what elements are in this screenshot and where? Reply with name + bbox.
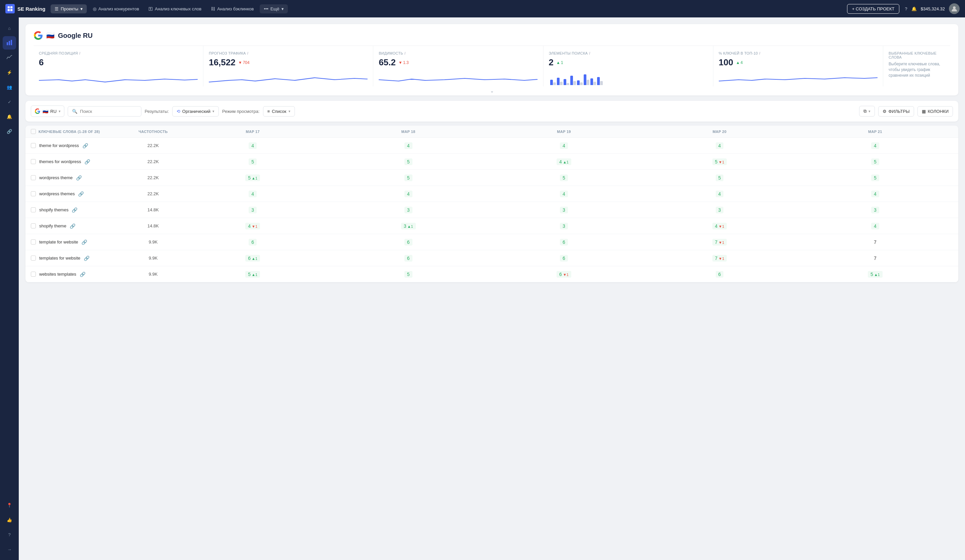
- sidebar-item-reviews[interactable]: 👍: [3, 513, 16, 527]
- sidebar-item-notifications[interactable]: 🔔: [3, 110, 16, 123]
- avatar[interactable]: [949, 3, 960, 14]
- row-checkbox[interactable]: [31, 256, 36, 261]
- date-cell-1: 5: [330, 272, 486, 277]
- freq-column-header: ЧАСТОТНОСТЬ: [131, 130, 175, 134]
- keyword-cell: template for website🔗: [31, 240, 131, 245]
- keyword-link-icon[interactable]: 🔗: [72, 207, 77, 213]
- date-cell-4: 4: [797, 143, 953, 149]
- keyword-cell: templates for website🔗: [31, 256, 131, 261]
- date-cell-1: 4: [330, 191, 486, 197]
- sparkline-traffic: [209, 70, 368, 85]
- keyword-link-icon[interactable]: 🔗: [80, 272, 85, 277]
- more-button[interactable]: ••• Ещё ▾: [260, 4, 288, 13]
- row-checkbox[interactable]: [31, 207, 36, 212]
- table-row: shopify theme🔗14.8K4▼13▲134▼14: [25, 218, 958, 234]
- question-icon: ?: [8, 532, 10, 537]
- list-dropdown[interactable]: ≡ Список ▾: [263, 106, 295, 116]
- date-cell-2: 6▼1: [486, 272, 642, 277]
- keyword-link-icon[interactable]: 🔗: [76, 175, 82, 181]
- keyword-text: theme for wordpress: [39, 143, 79, 148]
- key-icon: ⚿: [149, 7, 153, 11]
- date-cell-3: 5▼1: [642, 159, 797, 165]
- more-icon: •••: [264, 7, 268, 11]
- keyword-cell: shopify themes🔗: [31, 207, 131, 213]
- row-checkbox[interactable]: [31, 224, 36, 229]
- sidebar-item-help[interactable]: ?: [3, 528, 16, 541]
- organic-dropdown[interactable]: ⟲ Органический ▾: [172, 106, 219, 116]
- sidebar-item-users[interactable]: 👥: [3, 80, 16, 94]
- svg-rect-1: [10, 7, 12, 8]
- date-cell-0: 4▼1: [175, 224, 330, 229]
- competitors-link[interactable]: ◎ Анализ конкурентов: [90, 4, 143, 13]
- row-checkbox[interactable]: [31, 240, 36, 245]
- date-cell-0: 4: [175, 191, 330, 197]
- collapse-button[interactable]: ⌄: [34, 87, 950, 95]
- keywords-link[interactable]: ⚿ Анализ ключевых слов: [145, 4, 205, 13]
- sidebar-item-analytics[interactable]: [3, 51, 16, 64]
- sidebar-item-quick[interactable]: ⚡: [3, 66, 16, 79]
- copy-chevron: ▾: [869, 109, 870, 114]
- date-col-3: МАР 20: [642, 130, 797, 134]
- keyword-link-icon[interactable]: 🔗: [82, 240, 87, 245]
- select-all-checkbox[interactable]: [31, 129, 36, 134]
- date-cell-2: 4▲1: [486, 159, 642, 165]
- backlinks-link[interactable]: ⛓ Анализ бэклинков: [208, 4, 257, 13]
- sidebar-item-dashboard[interactable]: [3, 36, 16, 50]
- date-cell-1: 6: [330, 240, 486, 245]
- date-cell-4: 5▲1: [797, 272, 953, 277]
- keyword-link-icon[interactable]: 🔗: [70, 224, 75, 229]
- filters-button[interactable]: ⚙ ФИЛЬТРЫ: [878, 106, 914, 116]
- keyword-text: shopify theme: [39, 224, 66, 229]
- row-checkbox[interactable]: [31, 272, 36, 277]
- sidebar-item-tasks[interactable]: ✓: [3, 95, 16, 109]
- country-select[interactable]: 🇷🇺 RU ▾: [31, 106, 64, 117]
- info-icon-5[interactable]: i: [759, 51, 760, 55]
- bell-icon[interactable]: 🔔: [911, 7, 917, 11]
- table-row: theme for wordpress🔗22.2K44444: [25, 138, 958, 154]
- keyword-link-icon[interactable]: 🔗: [82, 143, 88, 149]
- metric-avg-position: СРЕДНЯЯ ПОЗИЦИЯ i 6: [34, 46, 203, 87]
- row-checkbox[interactable]: [31, 159, 36, 164]
- search-input[interactable]: [80, 109, 137, 114]
- info-icon-2[interactable]: i: [247, 51, 248, 55]
- columns-button[interactable]: ▦ КОЛОНКИ: [918, 106, 953, 116]
- row-checkbox[interactable]: [31, 143, 36, 148]
- info-icon-4[interactable]: i: [589, 51, 590, 55]
- freq-cell: 14.8K: [131, 224, 175, 229]
- date-cell-0: 4: [175, 143, 330, 149]
- keyword-text: templates for website: [39, 256, 80, 261]
- date-cell-3: 6: [642, 272, 797, 277]
- search-box: 🔍: [68, 106, 141, 116]
- date-cell-3: 4: [642, 191, 797, 197]
- sidebar-item-location[interactable]: 📍: [3, 498, 16, 512]
- info-icon-1[interactable]: i: [79, 51, 80, 55]
- info-icon-3[interactable]: i: [404, 51, 406, 55]
- help-icon[interactable]: ?: [904, 7, 907, 11]
- sidebar-item-home[interactable]: ⌂: [3, 21, 16, 35]
- table-row: template for website🔗9.9K6667▼17: [25, 234, 958, 250]
- row-checkbox[interactable]: [31, 175, 36, 180]
- date-cell-0: 3: [175, 207, 330, 213]
- date-cell-4: 7: [797, 256, 953, 261]
- create-project-button[interactable]: + СОЗДАТЬ ПРОЕКТ: [847, 4, 900, 14]
- header-title: Google RU: [58, 32, 93, 39]
- svg-rect-6: [9, 41, 10, 45]
- keyword-link-icon[interactable]: 🔗: [84, 256, 90, 261]
- keywords-table: КЛЮЧЕВЫЕ СЛОВА (1-28 OF 28) ЧАСТОТНОСТЬ …: [25, 126, 958, 282]
- notification-icon: 🔔: [7, 114, 12, 119]
- row-checkbox[interactable]: [31, 191, 36, 196]
- sidebar-item-expand[interactable]: →: [3, 543, 16, 556]
- keyword-text: websites templates: [39, 272, 77, 277]
- date-cell-2: 6: [486, 256, 642, 261]
- copy-button[interactable]: ⧉ ▾: [859, 106, 875, 116]
- date-cell-0: 5▲1: [175, 272, 330, 277]
- keyword-link-icon[interactable]: 🔗: [84, 159, 90, 165]
- date-col-0: МАР 17: [175, 130, 330, 134]
- projects-button[interactable]: ☰ Проекты ▾: [51, 4, 87, 13]
- keyword-cell: themes for wordpress🔗: [31, 159, 131, 165]
- sidebar-item-links[interactable]: 🔗: [3, 125, 16, 138]
- keyword-link-icon[interactable]: 🔗: [78, 191, 84, 197]
- keyword-text: themes for wordpress: [39, 159, 81, 164]
- freq-cell: 14.8K: [131, 207, 175, 212]
- list-icon: ≡: [267, 109, 270, 114]
